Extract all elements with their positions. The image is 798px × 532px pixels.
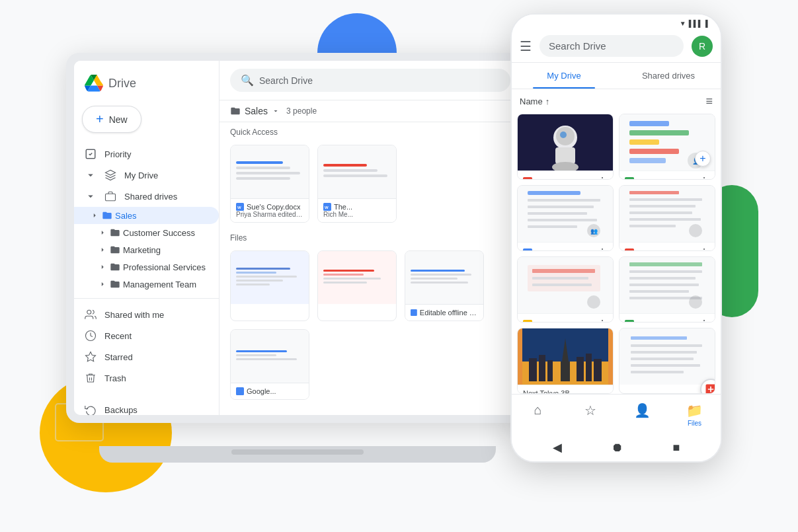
svg-rect-12 bbox=[411, 309, 417, 316]
svg-marker-4 bbox=[86, 352, 96, 361]
phone-search-bar[interactable]: Search Drive bbox=[539, 35, 684, 57]
bottom-nav-starred[interactable]: ☆ bbox=[564, 400, 616, 430]
more-options-button-4[interactable]: ⋮ bbox=[699, 247, 709, 251]
shared-with-me-label: Shared with me bbox=[104, 310, 164, 320]
file-card-google[interactable]: Google... bbox=[230, 329, 309, 400]
file-card-info-4: Google... bbox=[231, 383, 309, 399]
more-options-button-5[interactable]: ⋮ bbox=[597, 318, 608, 323]
file-preview-gantt: 👤 + bbox=[619, 114, 715, 171]
file-preview-sues-copy bbox=[231, 145, 309, 198]
new-button[interactable]: + New bbox=[82, 106, 141, 133]
more-options-button[interactable]: ⋮ bbox=[597, 175, 608, 180]
list-view-icon[interactable]: ≡ bbox=[705, 95, 713, 108]
search-bar[interactable]: 🔍 Search Drive bbox=[230, 69, 510, 92]
svg-rect-85 bbox=[631, 351, 697, 354]
phone-file-card-mydoc[interactable]: P My Document ⋮ bbox=[517, 256, 614, 323]
svg-rect-37 bbox=[528, 219, 597, 221]
file-preview-2 bbox=[318, 251, 396, 304]
quick-access-label: Quick Access bbox=[230, 128, 278, 137]
my-drive-icon bbox=[104, 169, 116, 181]
file-card-2[interactable] bbox=[317, 250, 397, 321]
phone-file-card-worklist[interactable]: X Work List_01 ⋮ bbox=[619, 256, 715, 323]
phone-file-card-major[interactable]: PDF Major opportu... ⋮ bbox=[619, 185, 715, 251]
svg-text:👥: 👥 bbox=[590, 227, 598, 235]
sales-label: Sales bbox=[115, 211, 137, 221]
drive-logo-text: Drive bbox=[108, 77, 136, 91]
recent-apps-button[interactable]: ■ bbox=[673, 441, 680, 455]
file-preview-google bbox=[231, 330, 309, 383]
tree-arrow-4-icon bbox=[98, 262, 107, 272]
bottom-nav-files[interactable]: 📁 Files bbox=[668, 400, 721, 430]
folder-4-icon bbox=[110, 262, 120, 272]
management-team-label: Management Team bbox=[123, 280, 196, 289]
trash-icon bbox=[85, 372, 97, 384]
sidebar-item-shared-with-me[interactable]: Shared with me bbox=[74, 304, 219, 325]
phone-file-card-plain[interactable] bbox=[619, 328, 715, 394]
svg-rect-35 bbox=[528, 206, 594, 208]
svg-rect-34 bbox=[528, 199, 600, 202]
tree-item-sales[interactable]: Sales bbox=[74, 207, 219, 224]
shared-drives-icon bbox=[104, 190, 116, 202]
mydoc-preview bbox=[518, 257, 613, 313]
doc-preview-the-doc bbox=[318, 159, 396, 185]
sdoc-line bbox=[236, 354, 276, 356]
svg-rect-83 bbox=[631, 336, 687, 340]
tab-my-drive[interactable]: My Drive bbox=[512, 63, 616, 89]
sort-label[interactable]: Name ↑ bbox=[520, 96, 549, 106]
tree-item-customer-success[interactable]: Customer Success bbox=[74, 224, 219, 241]
bottom-nav-shared[interactable]: 👤 bbox=[616, 400, 668, 430]
bottom-nav-home[interactable]: ⌂ bbox=[512, 400, 564, 430]
more-options-button-6[interactable]: ⋮ bbox=[699, 318, 709, 323]
more-options-button-2[interactable]: ⋮ bbox=[699, 175, 709, 180]
file-preview-1 bbox=[231, 251, 309, 304]
plus-fab[interactable]: + bbox=[695, 151, 711, 167]
plus-icon: + bbox=[96, 112, 104, 127]
doc-line bbox=[323, 169, 378, 172]
back-button[interactable]: ◀ bbox=[553, 440, 562, 455]
more-options-button-3[interactable]: ⋮ bbox=[597, 247, 608, 251]
sidebar-item-priority[interactable]: Priority bbox=[74, 143, 219, 165]
file-card-1[interactable] bbox=[230, 250, 309, 321]
docs-type-icon: W bbox=[523, 248, 532, 252]
tab-shared-drives[interactable]: Shared drives bbox=[616, 63, 721, 89]
folder-icon bbox=[102, 210, 112, 221]
phone-file-card-task[interactable]: 👥 W Task details ⋮ bbox=[517, 185, 614, 251]
priority-label: Priority bbox=[104, 149, 131, 159]
laptop-device: Drive + New Priority My Drive bbox=[66, 53, 542, 463]
hamburger-menu-button[interactable]: ☰ bbox=[520, 38, 532, 54]
sidebar-item-starred[interactable]: Starred bbox=[74, 346, 219, 367]
phone-file-card-gantt[interactable]: 👤 + ⊞ Gantt chart ⋮ bbox=[619, 114, 715, 180]
phone-file-card-astronaut[interactable]: ▣ astronaut.jpg ⋮ bbox=[517, 114, 614, 180]
sidebar-item-trash[interactable]: Trash bbox=[74, 367, 219, 389]
tree-arrow-3-icon bbox=[98, 245, 107, 254]
sdoc-line bbox=[323, 274, 364, 276]
file-meta: Priya Sharma edited in the past year bbox=[236, 211, 303, 218]
sidebar: Drive + New Priority My Drive bbox=[74, 61, 219, 415]
svg-rect-79 bbox=[577, 357, 584, 381]
file-name-2: The... bbox=[334, 203, 352, 211]
main-header: 🔍 Search Drive bbox=[219, 61, 521, 100]
sdoc-line bbox=[411, 274, 471, 276]
signal-icon: ▌▌▌ bbox=[689, 20, 703, 27]
svg-rect-38 bbox=[528, 225, 577, 228]
phone-avatar[interactable]: R bbox=[692, 36, 713, 57]
sidebar-item-recent[interactable]: Recent bbox=[74, 325, 219, 346]
sidebar-item-backups[interactable]: Backups bbox=[74, 399, 219, 415]
sidebar-item-my-drive[interactable]: My Drive bbox=[74, 165, 219, 186]
svg-rect-27 bbox=[629, 158, 666, 163]
phone-body: ▼ ▌▌▌ ▌ ☰ Search Drive R My Drive Shared… bbox=[510, 13, 722, 463]
file-card-sues-copy[interactable]: W Sue's Copy.docx Priya Sharma edited in… bbox=[230, 145, 309, 223]
home-button[interactable]: ⏺ bbox=[612, 441, 623, 455]
sidebar-nav: Priority My Drive Shared drives bbox=[74, 143, 219, 389]
tree-item-management-team[interactable]: Management Team bbox=[74, 276, 219, 293]
tree-item-marketing[interactable]: Marketing bbox=[74, 241, 219, 258]
file-card-editable[interactable]: Editable offline docu... bbox=[405, 250, 484, 321]
tree-item-professional-services[interactable]: Professional Services bbox=[74, 258, 219, 276]
file-footer-tokyo: Next Tokyo 3B bbox=[518, 385, 613, 394]
file-footer-task: W Task details ⋮ bbox=[518, 242, 613, 251]
phone-file-card-tokyo[interactable]: Next Tokyo 3B bbox=[517, 328, 614, 394]
sdoc-line bbox=[411, 282, 468, 284]
svg-rect-62 bbox=[629, 262, 702, 266]
file-card-the-doc[interactable]: W The... Rich Me... bbox=[317, 145, 397, 223]
sidebar-item-shared-drives[interactable]: Shared drives bbox=[74, 186, 219, 207]
